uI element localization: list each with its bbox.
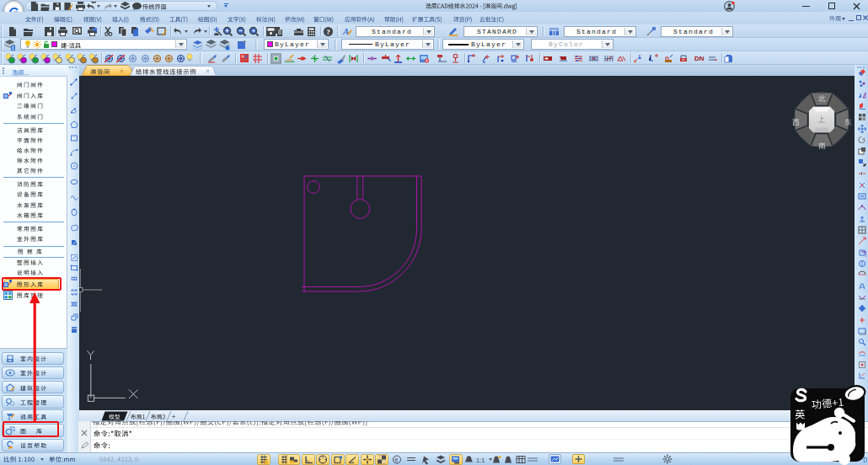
svg-text:A: A: [342, 26, 349, 36]
svg-text:1:1: 1:1: [476, 456, 485, 463]
svg-text:?: ?: [326, 28, 330, 36]
svg-text:e: e: [394, 457, 398, 462]
svg-text:DN: DN: [694, 55, 705, 62]
